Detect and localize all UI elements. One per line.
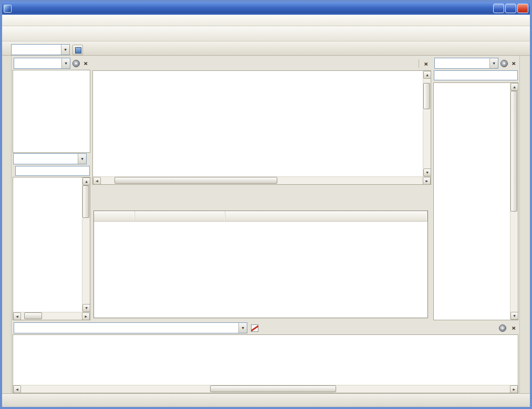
godoc-list-container: ▲ ▼ ◀ ▶ [13,177,90,320]
outline-panel: ▼ × ▲ ▼ [433,57,518,320]
variables-table [93,211,428,318]
maximize-button[interactable] [505,4,516,13]
godoc-horizontal-scrollbar[interactable]: ◀ ▶ [13,312,90,320]
outline-panel-header: ▼ × [433,57,518,70]
outline-filter-row [433,70,518,82]
debug-output-close-icon[interactable]: × [510,324,517,331]
main-toolbar [2,26,530,41]
debug-output-gear-icon[interactable] [499,324,506,332]
scroll-down-icon[interactable]: ▼ [510,312,518,320]
tabbar: ▼ [2,41,530,56]
outline-combo[interactable]: ▼ [434,58,498,69]
combo-arrow-icon[interactable]: ▼ [61,58,70,68]
right-sidebar-strip [519,56,530,393]
left-sidebar-strip [2,56,12,393]
titlebar[interactable] [2,2,530,15]
scroll-thumb[interactable] [114,177,277,184]
scroll-track[interactable] [510,91,518,312]
scroll-up-icon[interactable]: ▲ [510,83,518,91]
godoc-find-row [13,165,90,177]
liteide-window: ▼ ▼ × [0,0,532,409]
projects-close-icon[interactable]: × [82,60,89,67]
column-header-type[interactable] [225,211,427,221]
editor-toolbar: × [92,57,431,70]
scroll-right-icon[interactable]: ▶ [82,312,90,320]
menubar [2,15,530,26]
combo-arrow-icon[interactable]: ▼ [78,154,86,164]
scroll-down-icon[interactable]: ▼ [423,169,431,176]
godoc-list [13,177,82,312]
window-controls [493,4,528,13]
debug-toolbar [92,185,431,199]
statusbar [2,393,530,407]
debug-output-combo[interactable]: ▼ [14,322,247,333]
combo-arrow-icon[interactable]: ▼ [489,58,498,68]
debug-output-panel: ▼ × ◀ ▶ [13,321,518,393]
scroll-track[interactable] [21,385,510,393]
outline-vertical-scrollbar[interactable]: ▲ ▼ [510,83,518,320]
variables-table-header [94,211,427,222]
scroll-track[interactable] [82,185,90,304]
scroll-up-icon[interactable]: ▲ [423,71,431,79]
build-target-combo[interactable]: ▼ [11,44,70,55]
minimize-button[interactable] [493,4,504,13]
projects-menu-gear-icon[interactable] [72,60,80,67]
middle-column: ▼ × ▼ [12,56,519,393]
main-row: ▼ × ▼ [12,56,519,321]
scroll-left-icon[interactable]: ◀ [13,385,21,393]
variables-table-body [94,222,427,318]
combo-arrow-icon[interactable]: ▼ [238,323,247,333]
scroll-track[interactable] [101,177,423,184]
scroll-thumb[interactable] [510,91,517,212]
target-options-button[interactable] [72,45,83,55]
outline-tree [434,83,510,320]
separator [419,59,419,68]
column-header-value[interactable] [135,211,225,221]
editor-close-icon[interactable]: × [422,60,430,67]
editor-horizontal-scrollbar[interactable]: ◀ ▶ [93,176,431,184]
debug-output-horizontal-scrollbar[interactable]: ◀ ▶ [13,385,518,393]
outline-close-icon[interactable]: × [510,60,517,67]
scroll-thumb[interactable] [24,312,42,319]
scroll-left-icon[interactable]: ◀ [93,177,101,185]
scroll-track[interactable] [21,312,82,320]
godoc-combo[interactable]: ▼ [13,153,87,164]
scroll-up-icon[interactable]: ▲ [82,177,90,185]
debug-output-body: ◀ ▶ [13,334,518,393]
outline-filter-input[interactable] [434,70,518,80]
debug-tabs [92,199,431,211]
godoc-filter-input[interactable] [15,166,90,176]
code-lines [93,71,423,176]
scroll-thumb[interactable] [423,83,430,109]
editor-area: × ▲ ▼ ◀ [92,57,431,320]
scroll-right-icon[interactable]: ▶ [510,385,518,393]
projects-panel-header: ▼ × [13,57,90,70]
scroll-right-icon[interactable]: ▶ [423,177,431,185]
projects-combo[interactable]: ▼ [14,58,70,69]
projects-tree [13,70,90,153]
projects-panel: ▼ × ▼ [13,57,90,320]
godoc-combo-row: ▼ [13,153,90,165]
combo-arrow-icon[interactable]: ▼ [61,45,69,55]
godoc-vertical-scrollbar[interactable]: ▲ ▼ [82,177,90,312]
clear-output-icon[interactable] [251,324,258,332]
outline-tree-container: ▲ ▼ [433,82,518,320]
code-editor: ▲ ▼ ◀ ▶ [92,70,431,185]
content-row: ▼ × ▼ [2,56,530,393]
outline-menu-gear-icon[interactable] [500,60,508,67]
debug-output-text[interactable] [13,335,518,385]
debug-output-header: ▼ × [13,321,518,334]
app-icon [4,5,12,13]
scroll-down-icon[interactable]: ▼ [82,304,90,312]
editor-vertical-scrollbar[interactable]: ▲ ▼ [423,71,431,176]
scroll-left-icon[interactable]: ◀ [13,312,21,320]
scroll-thumb[interactable] [82,185,89,218]
scroll-track[interactable] [423,79,431,169]
scroll-thumb[interactable] [210,385,336,392]
column-header-name[interactable] [94,211,135,221]
close-button[interactable] [517,4,528,13]
